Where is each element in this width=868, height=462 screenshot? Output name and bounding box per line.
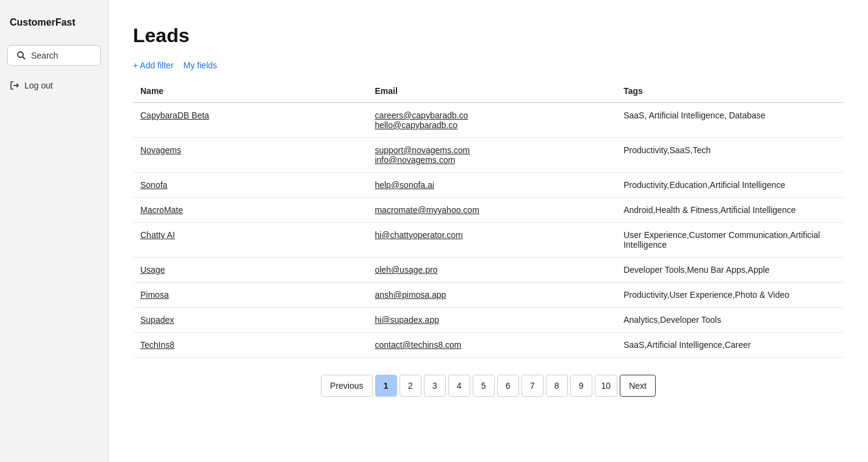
page-button-2[interactable]: 2: [400, 375, 421, 397]
previous-button[interactable]: Previous: [321, 375, 372, 397]
logout-button[interactable]: Log out: [0, 76, 108, 95]
lead-name-link[interactable]: MacroMate: [140, 205, 183, 215]
table-row: MacroMatemacromate@myyahoo.comAndroid,He…: [133, 198, 844, 223]
lead-name-cell: Sonofa: [133, 173, 367, 198]
lead-email-cell: macromate@myyahoo.com: [367, 198, 616, 223]
app-logo: CustomerFast: [0, 12, 108, 45]
lead-tags-cell: Productivity,SaaS,Tech: [616, 138, 844, 173]
page-button-5[interactable]: 5: [473, 375, 495, 397]
table-row: CapybaraDB Betacareers@capybaradb.cohell…: [133, 103, 844, 138]
lead-tags-cell: User Experience,Customer Communication,A…: [616, 223, 844, 258]
main-content: Leads + Add filter My fields Name Email …: [109, 0, 868, 462]
lead-email-cell: careers@capybaradb.cohello@capybaradb.co: [367, 103, 616, 138]
email-link[interactable]: help@sonofa.ai: [375, 180, 609, 190]
email-link[interactable]: hello@capybaradb.co: [375, 120, 609, 130]
lead-name-cell: Chatty AI: [133, 223, 367, 258]
lead-email-cell: oleh@usage.pro: [367, 258, 616, 283]
lead-tags-cell: Productivity,User Experience,Photo & Vid…: [616, 283, 844, 308]
page-button-1[interactable]: 1: [375, 375, 397, 397]
table-header-row: Name Email Tags: [133, 80, 844, 103]
email-link[interactable]: ansh@pimosa.app: [375, 290, 609, 300]
table-row: Supadexhi@supadex.appAnalytics,Developer…: [133, 308, 844, 333]
next-button[interactable]: Next: [620, 375, 656, 397]
lead-name-cell: Usage: [133, 258, 367, 283]
table-row: Pimosaansh@pimosa.appProductivity,User E…: [133, 283, 844, 308]
my-fields-button[interactable]: My fields: [184, 60, 217, 70]
lead-email-cell: contact@techins8.com: [367, 333, 616, 358]
email-link[interactable]: macromate@myyahoo.com: [375, 205, 609, 215]
sidebar: CustomerFast Search Log out: [0, 0, 109, 462]
lead-name-link[interactable]: Pimosa: [140, 290, 169, 300]
email-link[interactable]: careers@capybaradb.co: [375, 110, 609, 120]
email-link[interactable]: support@novagems.com: [375, 145, 609, 155]
email-link[interactable]: hi@supadex.app: [375, 315, 609, 325]
lead-name-cell: Novagems: [133, 138, 367, 173]
lead-tags-cell: Productivity,Education,Artificial Intell…: [616, 173, 844, 198]
logout-icon: [10, 81, 20, 90]
lead-name-link[interactable]: TechIns8: [140, 340, 174, 350]
lead-name-link[interactable]: Novagems: [140, 145, 181, 155]
leads-table: Name Email Tags CapybaraDB Betacareers@c…: [133, 80, 844, 358]
lead-tags-cell: Analytics,Developer Tools: [616, 308, 844, 333]
lead-name-link[interactable]: Chatty AI: [140, 230, 175, 240]
toolbar: + Add filter My fields: [133, 60, 844, 70]
email-link[interactable]: oleh@usage.pro: [375, 265, 609, 275]
table-row: TechIns8contact@techins8.comSaaS,Artific…: [133, 333, 844, 358]
table-row: Sonofahelp@sonofa.aiProductivity,Educati…: [133, 173, 844, 198]
search-icon: [16, 51, 26, 60]
col-header-tags: Tags: [616, 80, 844, 103]
email-link[interactable]: contact@techins8.com: [375, 340, 609, 350]
page-button-3[interactable]: 3: [424, 375, 446, 397]
lead-name-link[interactable]: Sonofa: [140, 180, 167, 190]
lead-name-link[interactable]: CapybaraDB Beta: [140, 110, 209, 120]
search-button[interactable]: Search: [7, 45, 101, 66]
page-button-4[interactable]: 4: [448, 375, 470, 397]
table-row: Chatty AIhi@chattyoperator.comUser Exper…: [133, 223, 844, 258]
email-link[interactable]: hi@chattyoperator.com: [375, 230, 609, 240]
table-row: Novagemssupport@novagems.cominfo@novagem…: [133, 138, 844, 173]
lead-email-cell: hi@supadex.app: [367, 308, 616, 333]
lead-email-cell: help@sonofa.ai: [367, 173, 616, 198]
lead-email-cell: hi@chattyoperator.com: [367, 223, 616, 258]
email-link[interactable]: info@novagems.com: [375, 155, 609, 165]
lead-email-cell: support@novagems.cominfo@novagems.com: [367, 138, 616, 173]
search-label: Search: [31, 51, 58, 60]
page-button-8[interactable]: 8: [546, 375, 568, 397]
lead-name-cell: MacroMate: [133, 198, 367, 223]
logout-label: Log out: [24, 81, 53, 90]
table-body: CapybaraDB Betacareers@capybaradb.cohell…: [133, 103, 844, 358]
lead-name-cell: TechIns8: [133, 333, 367, 358]
svg-line-1: [23, 57, 25, 59]
lead-tags-cell: Developer Tools,Menu Bar Apps,Apple: [616, 258, 844, 283]
lead-tags-cell: SaaS, Artificial Intelligence, Database: [616, 103, 844, 138]
lead-name-cell: Pimosa: [133, 283, 367, 308]
page-button-10[interactable]: 10: [595, 375, 618, 397]
lead-name-cell: Supadex: [133, 308, 367, 333]
svg-point-0: [18, 52, 23, 57]
page-button-9[interactable]: 9: [570, 375, 592, 397]
page-button-7[interactable]: 7: [522, 375, 543, 397]
pagination: Previous12345678910Next: [133, 375, 844, 403]
page-button-6[interactable]: 6: [497, 375, 519, 397]
lead-tags-cell: Android,Health & Fitness,Artificial Inte…: [616, 198, 844, 223]
col-header-email: Email: [367, 80, 616, 103]
lead-email-cell: ansh@pimosa.app: [367, 283, 616, 308]
lead-name-link[interactable]: Usage: [140, 265, 165, 275]
lead-name-cell: CapybaraDB Beta: [133, 103, 367, 138]
table-row: Usageoleh@usage.proDeveloper Tools,Menu …: [133, 258, 844, 283]
page-title: Leads: [133, 24, 844, 47]
lead-tags-cell: SaaS,Artificial Intelligence,Career: [616, 333, 844, 358]
lead-name-link[interactable]: Supadex: [140, 315, 174, 325]
add-filter-button[interactable]: + Add filter: [133, 60, 174, 70]
col-header-name: Name: [133, 80, 367, 103]
